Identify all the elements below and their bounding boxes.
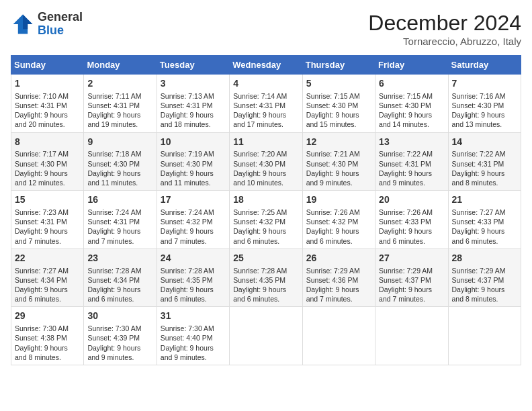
calendar-cell: 18Sunrise: 7:25 AM Sunset: 4:32 PM Dayli…: [230, 191, 302, 249]
calendar-cell: 19Sunrise: 7:26 AM Sunset: 4:32 PM Dayli…: [302, 191, 375, 249]
calendar-week-row: 8Sunrise: 7:17 AM Sunset: 4:30 PM Daylig…: [11, 132, 521, 191]
logo-text: General Blue: [38, 11, 83, 38]
calendar-cell: [230, 307, 302, 365]
day-info: Sunrise: 7:29 AM Sunset: 4:37 PM Dayligh…: [452, 266, 517, 304]
day-info: Sunrise: 7:24 AM Sunset: 4:32 PM Dayligh…: [161, 208, 226, 246]
calendar-cell: 15Sunrise: 7:23 AM Sunset: 4:31 PM Dayli…: [11, 191, 84, 249]
day-info: Sunrise: 7:28 AM Sunset: 4:35 PM Dayligh…: [161, 266, 226, 304]
calendar-cell: 21Sunrise: 7:27 AM Sunset: 4:33 PM Dayli…: [448, 191, 521, 249]
col-header-thursday: Thursday: [302, 56, 375, 75]
day-number: 20: [379, 193, 444, 206]
calendar-cell: 16Sunrise: 7:24 AM Sunset: 4:31 PM Dayli…: [84, 191, 157, 249]
calendar-cell: 10Sunrise: 7:19 AM Sunset: 4:30 PM Dayli…: [157, 132, 229, 191]
calendar-cell: 28Sunrise: 7:29 AM Sunset: 4:37 PM Dayli…: [448, 248, 521, 307]
day-number: 1: [15, 77, 80, 90]
calendar-cell: 2Sunrise: 7:11 AM Sunset: 4:31 PM Daylig…: [84, 75, 157, 133]
day-number: 15: [15, 193, 80, 206]
day-number: 26: [306, 252, 371, 265]
day-number: 23: [87, 252, 152, 265]
day-number: 31: [161, 310, 226, 322]
day-number: 29: [15, 310, 80, 322]
day-number: 18: [233, 193, 298, 206]
day-number: 9: [87, 136, 152, 148]
col-header-monday: Monday: [84, 56, 157, 75]
calendar-week-row: 1Sunrise: 7:10 AM Sunset: 4:31 PM Daylig…: [11, 75, 521, 133]
calendar-cell: 31Sunrise: 7:30 AM Sunset: 4:40 PM Dayli…: [157, 307, 229, 365]
day-info: Sunrise: 7:13 AM Sunset: 4:31 PM Dayligh…: [161, 91, 226, 130]
calendar-cell: 22Sunrise: 7:27 AM Sunset: 4:34 PM Dayli…: [11, 248, 84, 307]
day-number: 16: [87, 193, 152, 206]
calendar-cell: 12Sunrise: 7:21 AM Sunset: 4:30 PM Dayli…: [302, 132, 375, 191]
calendar-cell: 26Sunrise: 7:29 AM Sunset: 4:36 PM Dayli…: [302, 248, 375, 307]
logo-icon: [11, 12, 35, 36]
calendar-week-row: 22Sunrise: 7:27 AM Sunset: 4:34 PM Dayli…: [11, 248, 521, 307]
col-header-saturday: Saturday: [448, 56, 521, 75]
day-info: Sunrise: 7:28 AM Sunset: 4:34 PM Dayligh…: [87, 266, 152, 304]
day-info: Sunrise: 7:26 AM Sunset: 4:32 PM Dayligh…: [306, 208, 371, 246]
day-info: Sunrise: 7:27 AM Sunset: 4:34 PM Dayligh…: [15, 266, 80, 304]
day-number: 11: [233, 136, 298, 148]
day-number: 4: [233, 77, 298, 90]
month-title: December 2024: [368, 11, 521, 36]
calendar-cell: [302, 307, 375, 365]
day-info: Sunrise: 7:30 AM Sunset: 4:39 PM Dayligh…: [87, 324, 152, 362]
day-number: 7: [452, 77, 517, 90]
col-header-tuesday: Tuesday: [157, 56, 229, 75]
day-info: Sunrise: 7:15 AM Sunset: 4:30 PM Dayligh…: [306, 91, 371, 130]
day-info: Sunrise: 7:30 AM Sunset: 4:40 PM Dayligh…: [161, 324, 226, 362]
calendar-cell: 20Sunrise: 7:26 AM Sunset: 4:33 PM Dayli…: [375, 191, 448, 249]
day-number: 24: [161, 252, 226, 265]
calendar-cell: 27Sunrise: 7:29 AM Sunset: 4:37 PM Dayli…: [375, 248, 448, 307]
day-info: Sunrise: 7:14 AM Sunset: 4:31 PM Dayligh…: [233, 91, 298, 130]
day-info: Sunrise: 7:21 AM Sunset: 4:30 PM Dayligh…: [306, 149, 371, 187]
calendar-cell: 30Sunrise: 7:30 AM Sunset: 4:39 PM Dayli…: [84, 307, 157, 365]
calendar-cell: 7Sunrise: 7:16 AM Sunset: 4:30 PM Daylig…: [448, 75, 521, 133]
day-info: Sunrise: 7:11 AM Sunset: 4:31 PM Dayligh…: [87, 91, 152, 130]
calendar-cell: 11Sunrise: 7:20 AM Sunset: 4:30 PM Dayli…: [230, 132, 302, 191]
day-number: 14: [452, 136, 517, 148]
day-info: Sunrise: 7:16 AM Sunset: 4:30 PM Dayligh…: [452, 91, 517, 130]
day-info: Sunrise: 7:23 AM Sunset: 4:31 PM Dayligh…: [15, 208, 80, 246]
day-info: Sunrise: 7:30 AM Sunset: 4:38 PM Dayligh…: [15, 324, 80, 362]
day-number: 2: [87, 77, 152, 90]
calendar-cell: 23Sunrise: 7:28 AM Sunset: 4:34 PM Dayli…: [84, 248, 157, 307]
calendar-cell: 17Sunrise: 7:24 AM Sunset: 4:32 PM Dayli…: [157, 191, 229, 249]
title-block: December 2024 Tornareccio, Abruzzo, Ital…: [368, 11, 521, 47]
day-info: Sunrise: 7:22 AM Sunset: 4:31 PM Dayligh…: [379, 149, 444, 187]
day-number: 30: [87, 310, 152, 322]
day-info: Sunrise: 7:27 AM Sunset: 4:33 PM Dayligh…: [452, 208, 517, 246]
calendar-cell: 4Sunrise: 7:14 AM Sunset: 4:31 PM Daylig…: [230, 75, 302, 133]
calendar-cell: 29Sunrise: 7:30 AM Sunset: 4:38 PM Dayli…: [11, 307, 84, 365]
day-number: 10: [161, 136, 226, 148]
day-info: Sunrise: 7:15 AM Sunset: 4:30 PM Dayligh…: [379, 91, 444, 130]
day-info: Sunrise: 7:19 AM Sunset: 4:30 PM Dayligh…: [161, 149, 226, 187]
calendar-week-row: 15Sunrise: 7:23 AM Sunset: 4:31 PM Dayli…: [11, 191, 521, 249]
day-number: 6: [379, 77, 444, 90]
location: Tornareccio, Abruzzo, Italy: [368, 36, 521, 47]
calendar-cell: 25Sunrise: 7:28 AM Sunset: 4:35 PM Dayli…: [230, 248, 302, 307]
day-number: 8: [15, 136, 80, 148]
day-info: Sunrise: 7:22 AM Sunset: 4:31 PM Dayligh…: [452, 149, 517, 187]
day-number: 21: [452, 193, 517, 206]
col-header-friday: Friday: [375, 56, 448, 75]
day-number: 22: [15, 252, 80, 265]
calendar-cell: [375, 307, 448, 365]
day-number: 13: [379, 136, 444, 148]
day-number: 3: [161, 77, 226, 90]
calendar-cell: 5Sunrise: 7:15 AM Sunset: 4:30 PM Daylig…: [302, 75, 375, 133]
day-number: 25: [233, 252, 298, 265]
calendar-cell: 14Sunrise: 7:22 AM Sunset: 4:31 PM Dayli…: [448, 132, 521, 191]
calendar-cell: 1Sunrise: 7:10 AM Sunset: 4:31 PM Daylig…: [11, 75, 84, 133]
calendar-cell: 3Sunrise: 7:13 AM Sunset: 4:31 PM Daylig…: [157, 75, 229, 133]
calendar-cell: 9Sunrise: 7:18 AM Sunset: 4:30 PM Daylig…: [84, 132, 157, 191]
calendar-cell: 13Sunrise: 7:22 AM Sunset: 4:31 PM Dayli…: [375, 132, 448, 191]
calendar-cell: 8Sunrise: 7:17 AM Sunset: 4:30 PM Daylig…: [11, 132, 84, 191]
day-info: Sunrise: 7:20 AM Sunset: 4:30 PM Dayligh…: [233, 149, 298, 187]
col-header-sunday: Sunday: [11, 56, 84, 75]
day-number: 19: [306, 193, 371, 206]
day-number: 5: [306, 77, 371, 90]
calendar-cell: 6Sunrise: 7:15 AM Sunset: 4:30 PM Daylig…: [375, 75, 448, 133]
svg-marker-1: [23, 14, 32, 29]
day-info: Sunrise: 7:26 AM Sunset: 4:33 PM Dayligh…: [379, 208, 444, 246]
logo: General Blue: [11, 11, 83, 38]
